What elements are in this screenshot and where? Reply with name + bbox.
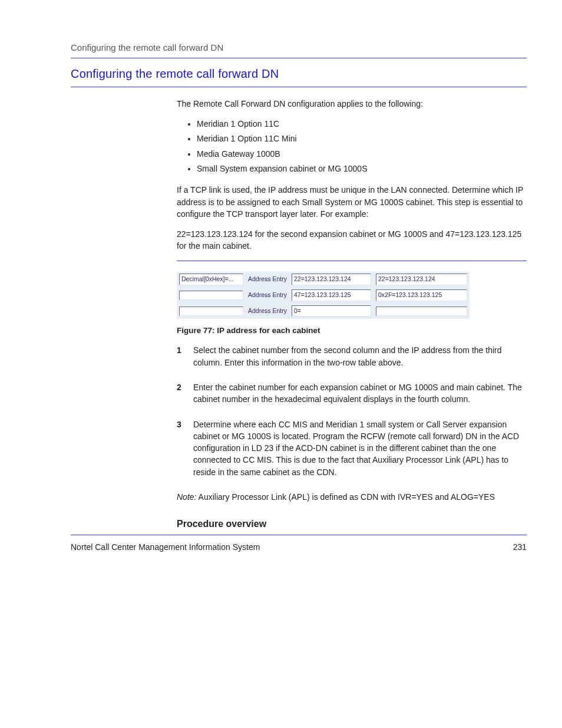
step-item: Select the cabinet number from the secon… — [177, 344, 527, 368]
procedure-steps: Select the cabinet number from the secon… — [177, 344, 527, 478]
format-hint-field[interactable] — [179, 291, 243, 300]
address-value-field[interactable]: 0= — [292, 305, 371, 317]
ip-figure: Decimal[0xHex]=... Address Entry 22=123.… — [177, 272, 527, 319]
list-item: Small System expansion cabinet or MG 100… — [197, 163, 527, 174]
format-hint-field[interactable]: Decimal[0xHex]=... — [179, 274, 243, 285]
procedure-overview-heading: Procedure overview — [177, 517, 527, 531]
note-lead: Note: — [177, 492, 196, 502]
section-divider — [71, 87, 527, 87]
list-item: Meridian 1 Option 11C — [197, 118, 527, 130]
step-item: Enter the cabinet number for each expans… — [177, 381, 527, 406]
list-item: Meridian 1 Option 11C Mini — [197, 133, 527, 144]
intro-paragraph: The Remote Call Forward DN configuration… — [177, 98, 527, 110]
ip-example-paragraph: 22=123.123.123.124 for the second expans… — [177, 228, 527, 252]
address-hex-field[interactable] — [376, 307, 467, 316]
address-value-field[interactable]: 47=123.123.123.125 — [292, 289, 371, 301]
note-paragraph: Note: Auxiliary Processor Link (APL) is … — [177, 491, 527, 503]
list-item: Media Gateway 1000B — [197, 148, 527, 160]
footer-left: Nortel Call Center Management Informatio… — [71, 541, 260, 553]
figure-caption: Figure 77: IP address for each cabinet — [177, 325, 527, 337]
page-footer: Nortel Call Center Management Informatio… — [71, 541, 527, 553]
table-row: Address Entry 47=123.123.123.125 0x2F=12… — [177, 287, 470, 303]
section-title: Configuring the remote call forward DN — [71, 65, 527, 83]
address-value-field[interactable]: 22=123.123.123.124 — [292, 274, 371, 285]
note-text: Auxiliary Processor Link (APL) is define… — [196, 492, 495, 502]
footer-divider — [71, 535, 527, 535]
step-item: Determine where each CC MIS and Meridian… — [177, 419, 527, 478]
address-hex-field[interactable]: 22=123.123.123.124 — [376, 274, 467, 285]
format-hint-field[interactable] — [179, 307, 243, 316]
address-entry-label: Address Entry — [246, 287, 289, 303]
body-column: The Remote Call Forward DN configuration… — [177, 98, 527, 531]
system-list: Meridian 1 Option 11C Meridian 1 Option … — [177, 118, 527, 174]
address-entry-label: Address Entry — [246, 303, 289, 319]
header-divider — [71, 58, 527, 58]
table-row: Address Entry 0= — [177, 303, 470, 319]
address-hex-field[interactable]: 0x2F=123.123.123.125 — [376, 289, 467, 301]
ip-intro-paragraph: If a TCP link is used, the IP address mu… — [177, 184, 527, 220]
address-entry-label: Address Entry — [246, 272, 289, 288]
ip-figure-table: Decimal[0xHex]=... Address Entry 22=123.… — [177, 272, 470, 319]
page-top-heading: Configuring the remote call forward DN — [71, 41, 527, 54]
footer-page-number: 231 — [513, 541, 527, 553]
figure-top-divider — [177, 261, 527, 261]
table-row: Decimal[0xHex]=... Address Entry 22=123.… — [177, 272, 470, 288]
